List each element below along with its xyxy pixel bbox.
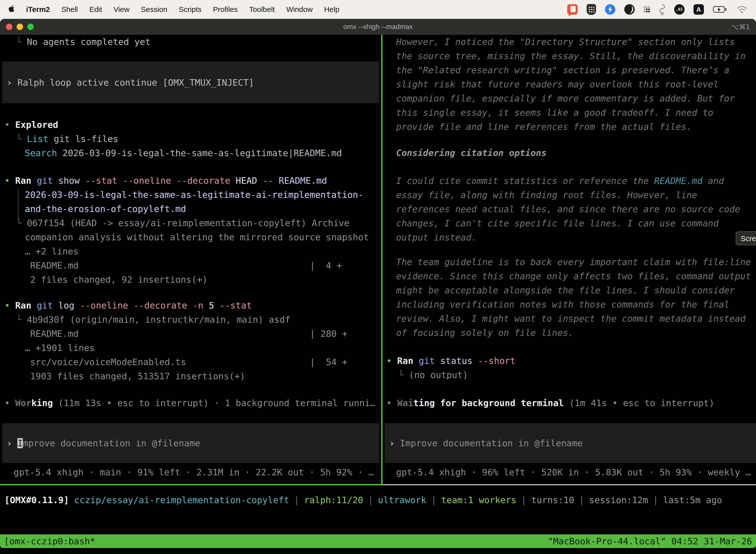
tree-corner: └: [16, 37, 27, 47]
terminal-window: omx --xhigh --madmax ⌥⌘1 └ No agents com…: [0, 19, 756, 548]
path-arg-line2: and-the-erosion-of-copyleft.md: [25, 204, 186, 214]
shield-keypad-icon[interactable]: [586, 4, 596, 15]
reasoning-line: output instead.: [396, 232, 477, 242]
session-status-text: gpt-5.4 xhigh · main · 91% left · 2.31M …: [14, 467, 374, 477]
left-pane[interactable]: └ No agents completed yet › Ralph loop a…: [0, 35, 381, 485]
title-bar[interactable]: omx --xhigh --madmax ⌥⌘1: [0, 19, 756, 35]
ralph-banner-text: Ralph loop active continue [OMX_TMUX_INJ…: [17, 77, 254, 88]
git-token: git: [37, 175, 58, 186]
output-line: companion analysis without altering the …: [25, 232, 369, 242]
output-line: 4b9d30f (origin/main, instructkr/main, m…: [27, 315, 290, 325]
reasoning-line: evidence. Since this change only affects…: [396, 271, 751, 281]
output-line: README.md | 4 +: [25, 260, 342, 271]
turns-counter: turns:10: [531, 495, 574, 505]
reasoning-line: references need actual files, and since …: [396, 204, 740, 214]
dots-grid-icon[interactable]: [644, 6, 650, 13]
separator: |: [579, 495, 584, 505]
count-arg: 5: [209, 300, 219, 311]
bullet-icon: •: [386, 398, 397, 408]
prompt-chevron-icon: ›: [7, 438, 17, 448]
path-arg-line1: 2026-03-09-is-legal-the-same-as-legitima…: [25, 189, 363, 200]
dashes: --: [262, 175, 278, 186]
menu-item-help[interactable]: Help: [324, 5, 339, 14]
working-detail: (11m 13s • esc to interrupt) · 1 backgro…: [53, 398, 375, 408]
menu-item-profiles[interactable]: Profiles: [213, 5, 238, 14]
kaleidoscope-icon[interactable]: [624, 4, 635, 15]
reasoning-line: the source tree, missing the essay. Stil…: [396, 51, 746, 61]
git-token: git: [419, 356, 440, 366]
working-shimmer-dim: Wor: [15, 398, 31, 408]
screen-overlay-button[interactable]: Scre: [736, 231, 756, 245]
reasoning-line: review. Also, I might want to inspect th…: [396, 314, 746, 324]
reasoning-paragraph-2: I could cite commit statistics or refere…: [382, 174, 756, 244]
output-line: (no output): [409, 370, 468, 380]
output-line: 2 files changed, 92 insertions(+): [25, 275, 208, 285]
badge-61-icon[interactable]: ..61: [674, 4, 685, 15]
tree-corner: └: [16, 134, 27, 144]
no-agents-line: └ No agents completed yet: [0, 35, 381, 49]
menu-item-toolbelt[interactable]: Toolbelt: [249, 5, 275, 14]
flags: --oneline --decorate: [80, 300, 192, 311]
session-status-text: gpt-5.4 xhigh · 96% left · 520K in · 5.8…: [396, 467, 751, 477]
prompt-input-left[interactable]: › Improve documentation in @filename: [2, 423, 379, 463]
n-flag: -n: [193, 300, 209, 311]
bullet-icon: •: [4, 120, 15, 130]
team-workers: team:1 workers: [441, 495, 516, 505]
working-status-line: • Working (11m 13s • esc to interrupt) ·…: [0, 396, 381, 410]
right-pane[interactable]: However, I noticed the "Directory Struct…: [382, 35, 756, 485]
subcommand: status: [440, 356, 478, 366]
reasoning-line: including verification notes with those …: [396, 299, 730, 310]
chat-bubble-icon[interactable]: [567, 4, 578, 15]
output-line: 1903 files changed, 513517 insertions(+): [25, 371, 245, 381]
menu-item-session[interactable]: Session: [141, 5, 168, 14]
prompt-input-right[interactable]: › Improve documentation in @filename: [385, 423, 756, 463]
bolt-circle-icon[interactable]: [605, 4, 615, 15]
separator: |: [653, 495, 658, 505]
reasoning-line: provide file and line references from th…: [396, 122, 692, 132]
apple-icon: [8, 4, 15, 14]
hook-icon[interactable]: [659, 4, 665, 15]
reasoning-line: this single essay, it seems like a good …: [396, 107, 713, 118]
menu-item-view[interactable]: View: [114, 5, 129, 14]
list-command: git ls-files: [48, 134, 118, 144]
menu-item-edit[interactable]: Edit: [89, 5, 102, 14]
terminal-content: └ No agents completed yet › Ralph loop a…: [0, 35, 756, 485]
search-query: 2026-03-09-is-legal-the-same-as-legitima…: [57, 148, 342, 158]
reasoning-heading: Considering citation options: [382, 146, 756, 160]
git-token: git: [37, 300, 58, 311]
apple-menu[interactable]: [8, 4, 15, 14]
menu-item-scripts[interactable]: Scripts: [179, 5, 202, 14]
subcommand: log: [58, 300, 80, 311]
explored-title: Explored: [15, 120, 58, 130]
screen-overlay-label: Scre: [741, 231, 756, 245]
bullet-icon: •: [386, 356, 397, 366]
letter-a-icon[interactable]: A: [693, 4, 704, 15]
stat-flag: --stat: [219, 300, 252, 311]
reasoning-line: and: [702, 176, 724, 186]
waiting-status-line: • Waiting for background terminal (1m 41…: [382, 396, 756, 410]
omx-status-bar: [OMX#0.11.9]cczip/essay/ai-reimplementat…: [0, 485, 756, 535]
output-line: README.md | 280 +: [25, 329, 347, 339]
ran-git-log-section: • Ran git log --oneline --decorate -n 5 …: [0, 298, 381, 383]
menu-item-window[interactable]: Window: [286, 5, 313, 14]
prompt-text: Improve documentation in @filename: [400, 438, 583, 448]
waiting-detail: (1m 41s • esc to interrupt): [564, 398, 714, 408]
separator: |: [521, 495, 526, 505]
tmux-session-name: [omx-cczip0:bash*: [4, 535, 95, 548]
ran-git-show-section: • Ran git show --stat --oneline --decora…: [0, 173, 381, 287]
battery-icon[interactable]: [713, 5, 727, 13]
menu-item-iterm2[interactable]: iTerm2: [26, 5, 50, 14]
reasoning-line: The team guideline is to back every impo…: [396, 257, 751, 267]
menu-item-shell[interactable]: Shell: [61, 5, 78, 14]
separator: |: [294, 495, 299, 505]
wifi-icon[interactable]: [736, 5, 748, 14]
ran-git-status-section: • Ran git status --short └ (no output): [382, 354, 756, 382]
working-shimmer-bright: king: [31, 398, 53, 408]
menu-bar: iTerm2 Shell Edit View Session Scripts P…: [0, 0, 756, 19]
ralph-counter: ralph:11/20: [304, 495, 363, 505]
omx-branch-path: cczip/essay/ai-reimplementation-copyleft: [74, 495, 289, 505]
tree-line: [18, 188, 18, 220]
ran-label: Ran: [15, 300, 37, 311]
output-line: … +1901 lines: [25, 343, 95, 353]
pane-bottom-border-active: [0, 484, 382, 485]
